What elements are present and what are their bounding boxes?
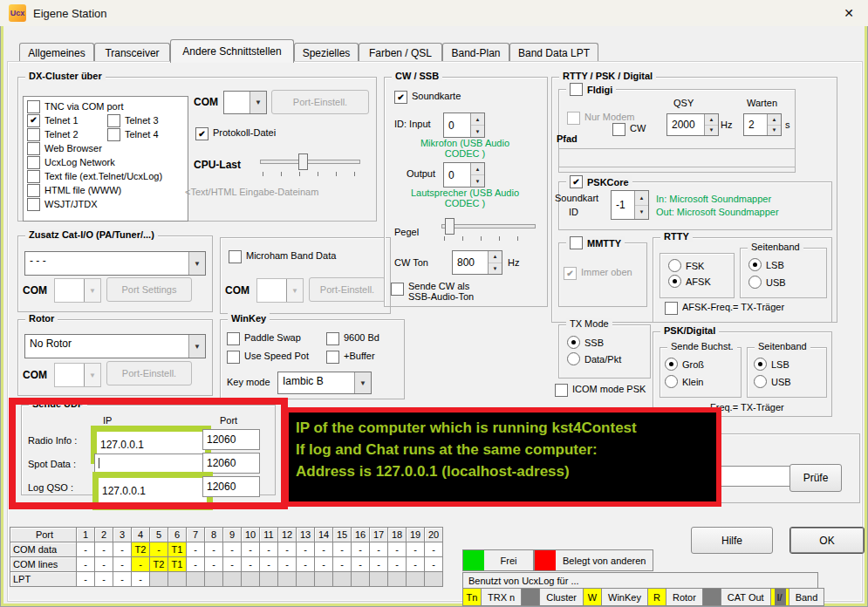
pskcore-checkbox[interactable]: PSKCore (566, 175, 632, 188)
dx-item-text-file[interactable]: Text file (ext.Telnet/UcxLog) (25, 170, 164, 183)
spin-down-icon[interactable]: ▼ (705, 126, 718, 136)
afsk-freq-checkbox[interactable]: AFSK-Freq.= TX-Träger (665, 302, 784, 315)
mmtty-checkbox[interactable]: MMTTY (566, 236, 625, 249)
ok-button[interactable]: OK (789, 527, 865, 554)
buffer-checkbox[interactable]: +Buffer (326, 351, 375, 364)
soundkarte-checkbox[interactable]: Soundkarte (394, 91, 461, 104)
dx-port-einstell-button[interactable]: Port-Einstell. (271, 90, 369, 114)
log-qso-ip-field[interactable]: 127.0.0.1 (99, 478, 207, 504)
port-table-cell: - (260, 557, 278, 572)
rtty-usb-radio[interactable]: USB (748, 276, 786, 289)
warten-spinner[interactable]: 2 ▲▼ (743, 113, 782, 136)
dx-com-dropdown[interactable]: ▼ (223, 91, 267, 114)
icom-mode-psk-checkbox[interactable]: ICOM mode PSK (555, 384, 646, 397)
radio-label: LSB (766, 260, 784, 270)
spin-down-icon[interactable]: ▼ (635, 206, 648, 220)
fldigi-cw-checkbox[interactable]: CW (612, 123, 646, 136)
tab-farben-qsl[interactable]: Farben / QSL (359, 43, 442, 62)
paddle-swap-checkbox[interactable]: Paddle Swap (227, 332, 301, 345)
pegel-slider[interactable] (441, 218, 536, 241)
use-speed-pot-checkbox[interactable]: Use Speed Pot (227, 351, 309, 364)
dx-item-telnet1[interactable]: Telnet 1 (25, 114, 106, 127)
zusatz-port-settings-button[interactable]: Port Settings (106, 277, 192, 302)
qsy-spinner[interactable]: 2000 ▲▼ (666, 113, 719, 136)
rotor-swatch: R (648, 589, 666, 605)
spin-up-icon[interactable]: ▲ (635, 191, 648, 206)
klein-radio[interactable]: Klein (665, 375, 703, 388)
tab-allgemeines[interactable]: Allgemeines (19, 43, 94, 62)
port-table-cell: - (333, 542, 352, 557)
dx-item-telnet4[interactable]: Telnet 4 (106, 128, 161, 141)
close-icon[interactable]: ✕ (837, 3, 861, 23)
checkbox-box (665, 302, 678, 315)
spin-up-icon[interactable]: ▲ (489, 251, 502, 263)
radio-label: LSB (771, 359, 789, 370)
cpu-last-slider[interactable] (260, 153, 360, 176)
spin-down-icon[interactable]: ▼ (471, 175, 484, 187)
zusatz-com-dropdown[interactable]: ▼ (54, 278, 101, 303)
dx-item-tnc[interactable]: TNC via COM port (25, 100, 125, 113)
immer-oben-checkbox[interactable]: Immer oben (564, 267, 632, 280)
tab-band-plan[interactable]: Band-Plan (442, 43, 509, 62)
psk-lsb-radio[interactable]: LSB (754, 358, 789, 371)
microham-port-einstell-button[interactable]: Port-Einstell. (309, 277, 386, 302)
psk-usb-radio[interactable]: USB (754, 375, 791, 388)
checkbox-box (27, 198, 40, 211)
log-qso-port-field[interactable]: 12060 (202, 476, 260, 497)
tab-spezielles[interactable]: Spezielles (294, 43, 359, 62)
dx-item-telnet2[interactable]: Telnet 2 (25, 128, 106, 141)
slider-thumb[interactable] (445, 218, 455, 235)
tab-band-data-lpt[interactable]: Band Data LPT (509, 43, 598, 62)
input-id-spinner[interactable]: 0 ▲▼ (443, 113, 485, 138)
rotor-port-einstell-button[interactable]: Port-Einstell. (106, 361, 192, 385)
spin-up-icon[interactable]: ▲ (471, 113, 484, 126)
tab-transceiver[interactable]: Transceiver (94, 43, 170, 62)
key-mode-dropdown[interactable]: Iambic B ▼ (277, 372, 372, 394)
sende-cw-als-ssb-checkbox[interactable]: Sende CW alsSSB-Audio-Ton (391, 281, 474, 302)
fldigi-checkbox[interactable]: Fldigi (566, 83, 616, 96)
spin-up-icon[interactable]: ▲ (471, 163, 484, 175)
output-id-spinner[interactable]: 0 ▲▼ (443, 162, 485, 188)
port-table-cell: - (95, 572, 113, 587)
ssb-radio[interactable]: SSB (567, 336, 604, 349)
hilfe-button[interactable]: Hilfe (691, 527, 773, 554)
rotor-dropdown[interactable]: No Rotor ▼ (24, 334, 206, 358)
microham-band-data-checkbox[interactable]: Microham Band Data (229, 250, 336, 263)
zusatz-device-dropdown[interactable]: - - - ▼ (24, 251, 206, 276)
rtty-lsb-radio[interactable]: LSB (748, 258, 784, 271)
microham-com-dropdown[interactable]: ▼ (256, 278, 304, 303)
rotor-com-dropdown[interactable]: ▼ (54, 363, 101, 387)
spin-down-icon[interactable]: ▼ (489, 263, 502, 275)
data-pkt-radio[interactable]: Data/Pkt (567, 352, 621, 365)
dx-item-ucxlog-network[interactable]: UcxLog Network (25, 156, 117, 169)
radio-info-port-field[interactable]: 12060 (202, 429, 260, 450)
spin-up-icon[interactable]: ▲ (705, 114, 718, 126)
spin-up-icon[interactable]: ▲ (768, 114, 781, 126)
spot-data-ip-field[interactable] (94, 454, 208, 473)
checkbox-label: TNC via COM port (44, 101, 123, 112)
slider-thumb[interactable] (298, 153, 308, 170)
afsk-radio[interactable]: AFSK (668, 275, 711, 288)
dx-item-html-file[interactable]: HTML file (WWW) (25, 184, 123, 197)
dx-item-telnet3[interactable]: Telnet 3 (106, 114, 161, 127)
tab-andere-schnittstellen[interactable]: Andere Schnittstellen (170, 39, 294, 63)
fsk-radio[interactable]: FSK (668, 259, 704, 272)
legend-entry-label: Rotor (666, 589, 703, 605)
annotation-line: IP of the computer which is running kst4… (296, 417, 709, 439)
port-table-cell: - (95, 557, 113, 572)
gross-radio[interactable]: Groß (665, 358, 704, 371)
pruefe-button[interactable]: Prüfe (789, 464, 842, 492)
group-title: Zusatz Cat-I/O (PA/Tuner/...) (25, 229, 158, 240)
checkbox-label: Protokoll-Datei (213, 127, 276, 138)
protokoll-datei-checkbox[interactable]: Protokoll-Datei (195, 127, 276, 140)
spin-down-icon[interactable]: ▼ (471, 126, 484, 137)
cw-ton-spinner[interactable]: 800 ▲▼ (452, 250, 502, 275)
dialog-eigene-station: Ucx Eigene Station ✕ Allgemeines Transce… (0, 0, 868, 607)
dx-item-wsjt-jtdx[interactable]: WSJT/JTDX (25, 198, 99, 211)
dx-item-web-browser[interactable]: Web Browser (25, 142, 104, 155)
spin-down-icon[interactable]: ▼ (768, 126, 781, 136)
spot-data-port-field[interactable]: 12060 (202, 453, 260, 474)
pskcore-id-spinner[interactable]: -1 ▲▼ (611, 190, 649, 220)
fldigi-pfad-field[interactable] (558, 148, 796, 167)
9600bd-checkbox[interactable]: 9600 Bd (326, 332, 379, 345)
